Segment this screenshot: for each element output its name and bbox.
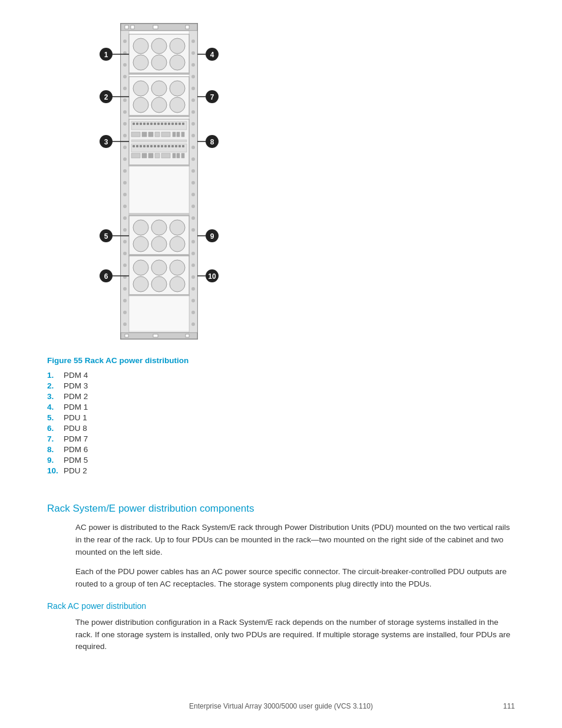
svg-point-142 bbox=[170, 260, 185, 275]
list-item-number: 6. bbox=[47, 424, 64, 433]
figure-caption: Figure 55 Rack AC power distribution bbox=[47, 356, 189, 365]
svg-point-61 bbox=[191, 322, 195, 326]
svg-point-50 bbox=[191, 193, 195, 196]
svg-rect-84 bbox=[147, 123, 149, 125]
svg-rect-147 bbox=[129, 296, 189, 331]
svg-point-143 bbox=[133, 276, 148, 292]
svg-text:1: 1 bbox=[104, 51, 108, 59]
body-text-2: Each of the PDU power cables has an AC p… bbox=[75, 566, 515, 591]
footer-text: Enterprise Virtual Array 3000/5000 user … bbox=[189, 702, 373, 710]
list-item-label: PDM 5 bbox=[64, 456, 88, 465]
svg-point-133 bbox=[151, 220, 167, 235]
svg-point-36 bbox=[123, 322, 127, 326]
svg-text:6: 6 bbox=[104, 272, 108, 281]
svg-point-72 bbox=[151, 81, 167, 96]
svg-point-134 bbox=[170, 220, 185, 235]
svg-rect-90 bbox=[168, 123, 170, 125]
svg-point-54 bbox=[191, 240, 195, 243]
svg-rect-107 bbox=[140, 145, 142, 147]
svg-rect-95 bbox=[131, 132, 140, 137]
svg-point-37 bbox=[191, 39, 195, 43]
figure-list-item: 6.PDU 8 bbox=[47, 424, 88, 433]
svg-point-53 bbox=[191, 228, 195, 232]
svg-rect-111 bbox=[154, 145, 156, 147]
svg-rect-127 bbox=[181, 153, 184, 158]
svg-point-75 bbox=[151, 97, 167, 113]
svg-rect-4 bbox=[153, 25, 158, 29]
svg-point-55 bbox=[191, 252, 195, 255]
figure-list-item: 2.PDM 3 bbox=[47, 381, 88, 390]
svg-point-52 bbox=[191, 216, 195, 220]
svg-point-140 bbox=[133, 260, 148, 275]
svg-rect-117 bbox=[175, 145, 177, 147]
page-container: 1 2 3 5 6 bbox=[0, 0, 562, 728]
svg-rect-116 bbox=[171, 145, 174, 147]
rack-diagram: 1 2 3 5 6 bbox=[94, 18, 212, 348]
list-item-label: PDM 3 bbox=[64, 381, 88, 390]
svg-point-46 bbox=[191, 146, 195, 149]
svg-point-20 bbox=[123, 134, 127, 137]
svg-point-25 bbox=[123, 193, 127, 196]
list-item-label: PDM 4 bbox=[64, 371, 88, 380]
svg-rect-114 bbox=[164, 145, 167, 147]
svg-rect-8 bbox=[153, 334, 158, 337]
svg-point-41 bbox=[191, 87, 195, 90]
list-item-number: 1. bbox=[47, 371, 64, 380]
svg-rect-103 bbox=[131, 140, 187, 142]
svg-rect-119 bbox=[182, 145, 184, 147]
svg-rect-5 bbox=[186, 25, 189, 29]
svg-point-57 bbox=[191, 275, 195, 279]
svg-rect-130 bbox=[129, 213, 189, 216]
svg-point-58 bbox=[191, 287, 195, 291]
svg-point-144 bbox=[151, 276, 167, 292]
svg-point-60 bbox=[191, 311, 195, 314]
svg-point-35 bbox=[123, 311, 127, 314]
svg-text:9: 9 bbox=[210, 232, 214, 241]
svg-point-65 bbox=[170, 38, 185, 54]
svg-point-145 bbox=[170, 276, 185, 292]
figure-list-item: 8.PDM 6 bbox=[47, 445, 88, 454]
svg-rect-7 bbox=[125, 334, 128, 337]
svg-rect-118 bbox=[178, 145, 181, 147]
figure-list: 1.PDM 42.PDM 33.PDM 24.PDM 15.PDU 16.PDU… bbox=[47, 371, 88, 477]
svg-rect-83 bbox=[143, 123, 146, 125]
svg-rect-69 bbox=[129, 73, 189, 74]
svg-point-27 bbox=[123, 216, 127, 220]
svg-text:5: 5 bbox=[104, 232, 108, 241]
svg-rect-3 bbox=[131, 25, 134, 29]
svg-point-34 bbox=[123, 299, 127, 302]
svg-point-137 bbox=[170, 236, 185, 252]
list-item-number: 2. bbox=[47, 381, 64, 390]
svg-text:7: 7 bbox=[210, 93, 214, 101]
rack-svg: 1 2 3 5 6 bbox=[94, 18, 224, 348]
svg-rect-85 bbox=[150, 123, 153, 125]
svg-text:10: 10 bbox=[208, 272, 216, 281]
svg-point-56 bbox=[191, 263, 195, 267]
svg-point-19 bbox=[123, 122, 127, 126]
list-item-label: PDM 7 bbox=[64, 434, 88, 443]
svg-rect-109 bbox=[147, 145, 149, 147]
svg-point-39 bbox=[191, 63, 195, 67]
svg-point-47 bbox=[191, 157, 195, 161]
svg-text:4: 4 bbox=[210, 51, 214, 59]
svg-point-74 bbox=[133, 97, 148, 113]
svg-rect-99 bbox=[161, 132, 170, 137]
svg-point-71 bbox=[133, 81, 148, 96]
svg-point-24 bbox=[123, 181, 127, 185]
list-item-label: PDM 1 bbox=[64, 403, 88, 411]
body-text-3: The power distribution configuration in … bbox=[75, 617, 515, 654]
svg-rect-121 bbox=[142, 153, 147, 158]
figure-list-item: 1.PDM 4 bbox=[47, 371, 88, 380]
list-item-number: 10. bbox=[47, 466, 64, 475]
svg-point-16 bbox=[123, 87, 127, 90]
list-item-label: PDU 1 bbox=[64, 413, 87, 422]
svg-point-23 bbox=[123, 169, 127, 173]
svg-point-63 bbox=[133, 38, 148, 54]
svg-rect-106 bbox=[136, 145, 138, 147]
svg-rect-108 bbox=[143, 145, 146, 147]
list-item-number: 8. bbox=[47, 445, 64, 454]
svg-rect-91 bbox=[171, 123, 174, 125]
svg-rect-124 bbox=[161, 153, 170, 158]
svg-point-136 bbox=[151, 236, 167, 252]
svg-point-31 bbox=[123, 263, 127, 267]
